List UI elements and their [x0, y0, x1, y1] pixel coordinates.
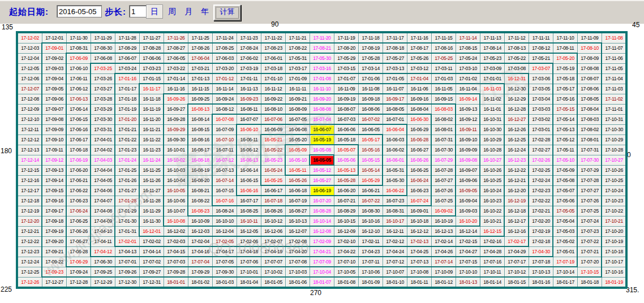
- date-cell[interactable]: 17-12-19: [18, 206, 42, 217]
- date-cell[interactable]: 16-12-22: [504, 165, 529, 176]
- date-cell[interactable]: 16-07-13: [212, 165, 237, 176]
- date-cell[interactable]: 17-01-30: [115, 216, 140, 227]
- date-cell[interactable]: 17-10-19: [602, 236, 626, 247]
- date-cell[interactable]: 17-12-13: [18, 145, 42, 155]
- date-cell[interactable]: 17-10-09: [431, 267, 456, 278]
- date-cell[interactable]: 16-09-05: [456, 185, 480, 196]
- date-cell[interactable]: 17-12-20: [18, 216, 42, 227]
- date-cell[interactable]: 17-01-16: [115, 73, 140, 84]
- date-cell[interactable]: 16-08-22: [188, 196, 213, 206]
- date-cell[interactable]: 16-06-18: [285, 185, 310, 196]
- date-cell[interactable]: 17-08-29: [115, 43, 140, 54]
- date-cell[interactable]: 17-06-07: [115, 53, 140, 64]
- date-cell[interactable]: 17-03-12: [407, 63, 432, 74]
- date-cell[interactable]: 17-09-26: [115, 267, 140, 278]
- date-cell[interactable]: 16-12-17: [504, 216, 529, 227]
- date-cell[interactable]: 18-01-09: [358, 277, 383, 288]
- date-cell[interactable]: 17-02-16: [480, 236, 505, 247]
- date-cell[interactable]: 16-12-20: [504, 185, 529, 196]
- date-cell[interactable]: 16-11-11: [285, 84, 310, 94]
- date-cell[interactable]: 16-07-07: [237, 114, 261, 125]
- date-cell[interactable]: 17-08-28: [139, 43, 164, 54]
- date-cell[interactable]: 17-10-27: [602, 155, 626, 166]
- date-cell[interactable]: 16-11-26: [139, 175, 164, 186]
- date-cell[interactable]: 17-09-17: [42, 206, 67, 217]
- date-cell[interactable]: 17-11-22: [261, 33, 286, 44]
- date-cell[interactable]: 17-05-04: [553, 216, 578, 227]
- date-cell[interactable]: 16-05-16: [358, 145, 383, 155]
- date-cell[interactable]: 18-01-01: [164, 277, 188, 288]
- date-cell[interactable]: 17-07-07: [261, 257, 286, 267]
- date-cell[interactable]: 16-07-27: [431, 175, 456, 186]
- date-cell[interactable]: 16-10-01: [164, 145, 188, 155]
- date-cell[interactable]: 16-09-03: [456, 206, 480, 217]
- date-cell[interactable]: 17-06-28: [66, 246, 91, 257]
- date-cell[interactable]: 16-10-27: [480, 155, 505, 166]
- date-cell[interactable]: 17-01-18: [115, 94, 140, 105]
- date-cell[interactable]: 17-10-26: [602, 165, 626, 176]
- date-cell[interactable]: 17-12-18: [18, 196, 42, 206]
- date-cell[interactable]: 18-01-04: [237, 277, 261, 288]
- date-cell[interactable]: 16-07-03: [334, 114, 359, 125]
- date-cell[interactable]: 17-02-08: [285, 236, 310, 247]
- date-cell[interactable]: 16-11-14: [212, 84, 237, 94]
- date-cell[interactable]: 16-06-11: [237, 135, 261, 145]
- date-cell[interactable]: 16-07-30: [431, 145, 456, 155]
- date-cell[interactable]: 16-09-10: [456, 135, 480, 145]
- date-cell[interactable]: 16-09-29: [164, 124, 188, 135]
- date-cell[interactable]: 16-08-07: [334, 104, 359, 115]
- date-cell[interactable]: 16-07-08: [212, 114, 237, 125]
- date-cell[interactable]: 16-12-14: [456, 226, 480, 237]
- date-cell[interactable]: 17-07-04: [188, 257, 213, 267]
- date-cell[interactable]: 16-12-01: [139, 226, 164, 237]
- date-cell[interactable]: 16-07-02: [358, 114, 383, 125]
- date-cell[interactable]: 16-11-21: [139, 124, 164, 135]
- date-cell[interactable]: 16-11-25: [139, 165, 164, 176]
- date-cell[interactable]: 17-09-01: [42, 43, 67, 54]
- date-cell[interactable]: 18-01-11: [407, 277, 432, 288]
- date-cell[interactable]: 16-07-22: [358, 196, 383, 206]
- date-cell[interactable]: 16-11-27: [139, 185, 164, 196]
- date-cell[interactable]: 16-09-26: [164, 94, 188, 105]
- date-cell[interactable]: 16-05-18: [334, 135, 359, 145]
- date-cell[interactable]: 17-09-16: [42, 196, 67, 206]
- date-cell[interactable]: 16-07-31: [431, 135, 456, 145]
- date-cell[interactable]: 17-04-07: [91, 196, 115, 206]
- date-cell[interactable]: 16-11-28: [139, 196, 164, 206]
- date-cell[interactable]: 16-09-16: [407, 94, 432, 105]
- date-cell[interactable]: 17-04-14: [139, 246, 164, 257]
- date-cell[interactable]: 17-11-09: [577, 33, 602, 44]
- date-cell[interactable]: 16-10-18: [407, 216, 432, 227]
- date-cell[interactable]: 18-01-05: [261, 277, 286, 288]
- date-cell[interactable]: 17-04-06: [91, 185, 115, 196]
- date-cell[interactable]: 17-04-17: [212, 246, 237, 257]
- date-cell[interactable]: 16-12-24: [504, 145, 529, 155]
- date-cell[interactable]: 17-01-09: [285, 73, 310, 84]
- date-cell[interactable]: 16-08-27: [285, 206, 310, 217]
- date-cell[interactable]: 17-02-27: [529, 145, 553, 155]
- date-cell[interactable]: 17-07-24: [577, 216, 602, 227]
- date-cell[interactable]: 17-05-27: [383, 53, 407, 64]
- date-cell[interactable]: 16-05-09: [285, 145, 310, 155]
- date-cell[interactable]: 17-01-14: [164, 73, 188, 84]
- date-cell[interactable]: 17-05-21: [529, 53, 553, 64]
- unit-day-option[interactable]: 日: [146, 5, 163, 19]
- date-cell[interactable]: 17-01-29: [115, 206, 140, 217]
- date-cell[interactable]: 17-04-26: [431, 246, 456, 257]
- date-cell[interactable]: 16-10-14: [310, 216, 334, 227]
- date-cell[interactable]: 17-01-27: [115, 185, 140, 196]
- date-cell[interactable]: 17-03-08: [504, 63, 529, 74]
- date-cell[interactable]: 16-06-14: [237, 165, 261, 176]
- date-cell[interactable]: 17-11-20: [310, 33, 334, 44]
- date-cell[interactable]: 16-12-27: [504, 114, 529, 125]
- date-cell[interactable]: 16-10-28: [480, 145, 505, 155]
- date-cell[interactable]: 17-07-08: [285, 257, 310, 267]
- date-cell[interactable]: 17-06-12: [66, 84, 91, 94]
- date-cell[interactable]: 17-01-12: [212, 73, 237, 84]
- date-cell[interactable]: 17-05-13: [553, 124, 578, 135]
- date-cell[interactable]: 16-09-14: [456, 94, 480, 105]
- date-cell[interactable]: 16-11-03: [480, 84, 505, 94]
- date-cell[interactable]: 17-12-26: [18, 277, 42, 288]
- date-cell[interactable]: 17-06-09: [66, 53, 91, 64]
- date-cell[interactable]: 17-08-13: [504, 43, 529, 54]
